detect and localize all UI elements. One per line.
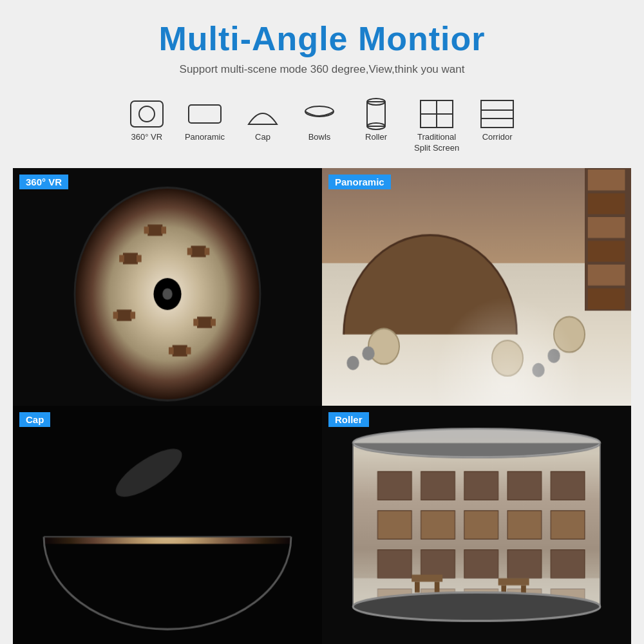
icon-item-roller: Roller: [357, 99, 395, 143]
page-title: Multi-Angle Montior: [158, 19, 485, 58]
svg-point-1: [139, 106, 155, 122]
bowls-icon: [302, 100, 337, 128]
icon-label-360vr: 360° VR: [131, 132, 163, 143]
svg-rect-2: [189, 105, 221, 123]
icon-box-bowls: [301, 99, 338, 128]
svg-rect-0: [131, 101, 163, 127]
icon-item-360vr: 360° VR: [128, 99, 166, 143]
svg-point-4: [305, 106, 334, 117]
icon-box-cap: [244, 99, 281, 128]
image-cell-panoramic: Panoramic: [322, 168, 631, 406]
icon-box-360vr: [128, 99, 166, 128]
image-label-360vr: 360° VR: [19, 175, 68, 189]
icon-item-bowls: Bowls: [301, 99, 338, 143]
image-cell-roller: Roller: [322, 406, 631, 644]
icon-label-traditional: TraditionalSplit Screen: [414, 132, 459, 154]
icon-label-bowls: Bowls: [308, 132, 331, 143]
icon-label-panoramic: Panoramic: [185, 132, 225, 143]
traditional-icon: [419, 99, 454, 129]
roller-icon: [362, 98, 390, 130]
icons-row: 360° VR Panoramic Cap: [13, 99, 631, 154]
cap-icon: [245, 100, 280, 128]
icon-box-panoramic: [186, 99, 223, 128]
image-label-cap: Cap: [19, 412, 50, 427]
image-label-roller: Roller: [328, 412, 369, 427]
images-grid: 360° VR Panoramic Cap Roller: [13, 168, 631, 644]
image-cell-cap: Cap: [13, 406, 322, 644]
icon-box-corridor: [478, 99, 516, 128]
canvas-roller: [322, 406, 631, 644]
page-container: Multi-Angle Montior Support multi-scene …: [0, 0, 644, 644]
corridor-icon: [480, 99, 515, 129]
icon-item-corridor: Corridor: [478, 99, 516, 143]
icon-box-traditional: [418, 99, 455, 128]
svg-rect-11: [481, 100, 513, 128]
icon-label-roller: Roller: [365, 132, 387, 143]
icon-label-cap: Cap: [255, 132, 270, 143]
panoramic-icon: [187, 100, 222, 128]
header-section: Multi-Angle Montior Support multi-scene …: [13, 19, 631, 76]
icon-box-roller: [357, 99, 395, 128]
canvas-panoramic: [322, 168, 631, 406]
image-cell-360vr: 360° VR: [13, 168, 322, 406]
360vr-icon: [129, 100, 164, 128]
canvas-360vr: [13, 168, 322, 406]
icon-label-corridor: Corridor: [482, 132, 513, 143]
page-subtitle: Support multi-scene mode 360 degree,View…: [180, 63, 465, 76]
canvas-cap: [13, 406, 322, 644]
icon-item-traditional: TraditionalSplit Screen: [414, 99, 459, 154]
icon-item-panoramic: Panoramic: [185, 99, 225, 143]
icon-item-cap: Cap: [244, 99, 281, 143]
image-label-panoramic: Panoramic: [328, 175, 391, 189]
